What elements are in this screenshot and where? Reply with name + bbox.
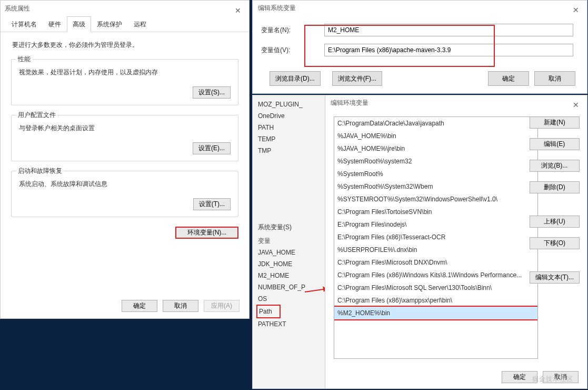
sys-var-item[interactable]: NUMBER_OF_P: [258, 281, 323, 293]
path-row[interactable]: %SystemRoot%\System32\Wbem: [334, 180, 537, 193]
group-userprofile-desc: 与登录帐户相关的桌面设置: [19, 124, 231, 133]
env-vars-strip: MOZ_PLUGIN_OneDrivePATHTEMPTMP 系统变量(S) 变…: [252, 95, 328, 389]
group-userprofile: 用户配置文件 与登录帐户相关的桌面设置 设置(E)...: [11, 115, 238, 161]
dlg1-titlebar[interactable]: 系统属性 ✕: [1, 1, 249, 16]
path-row[interactable]: E:\Program Files\nodejs\: [334, 218, 537, 231]
sys-var-item[interactable]: JAVA_HOME: [258, 247, 323, 258]
group-startup: 启动和故障恢复 系统启动、系统故障和调试信息 设置(T)...: [11, 171, 238, 217]
settings-e-button[interactable]: 设置(E)...: [193, 142, 231, 154]
group-performance-legend: 性能: [16, 55, 33, 64]
user-var-item[interactable]: TEMP: [258, 133, 323, 145]
path-row[interactable]: C:\ProgramData\Oracle\Java\javapath: [334, 117, 537, 130]
new-button[interactable]: 新建(N): [530, 116, 580, 129]
delete-button[interactable]: 删除(D): [530, 181, 580, 193]
var-name-input[interactable]: [324, 24, 573, 36]
sys-var-item[interactable]: M2_HOME: [258, 270, 323, 281]
dlg2-title: 编辑系统变量: [258, 4, 296, 12]
tab-3[interactable]: 系统保护: [91, 16, 128, 32]
sys-var-item[interactable]: PATHEXT: [258, 318, 323, 330]
user-var-item[interactable]: PATH: [258, 122, 323, 133]
user-var-list[interactable]: MOZ_PLUGIN_OneDrivePATHTEMPTMP: [258, 99, 323, 157]
user-var-item[interactable]: TMP: [258, 145, 323, 157]
path-row[interactable]: C:\Program Files\Microsoft DNX\Dnvm\: [334, 256, 537, 269]
edit-env-variable-dialog: 编辑环境变量 ✕ C:\ProgramData\Oracle\Java\java…: [325, 95, 587, 389]
path-row[interactable]: C:\Program Files\TortoiseSVN\bin: [334, 206, 537, 218]
user-var-item[interactable]: OneDrive: [258, 110, 323, 122]
path-row[interactable]: %SYSTEMROOT%\System32\WindowsPowerShell\…: [334, 193, 537, 206]
dlg1-cancel-button[interactable]: 取消: [163, 300, 198, 312]
edit-text-button[interactable]: 编辑文本(T)...: [530, 271, 580, 284]
dlg3-titlebar[interactable]: 编辑环境变量 ✕: [325, 95, 587, 110]
group-startup-desc: 系统启动、系统故障和调试信息: [19, 180, 231, 189]
dlg3-ok-button[interactable]: 确定: [502, 371, 537, 383]
path-row[interactable]: C:\Program Files\Microsoft SQL Server\13…: [334, 281, 537, 294]
tab-2[interactable]: 高级: [67, 16, 91, 32]
var-value-input[interactable]: [324, 44, 573, 56]
system-properties-dialog: 系统属性 ✕ 计算机名硬件高级系统保护远程 要进行大多数更改，你必须作为管理员登…: [0, 0, 250, 319]
group-performance-desc: 视觉效果，处理器计划，内存使用，以及虚拟内存: [19, 68, 231, 77]
group-performance: 性能 视觉效果，处理器计划，内存使用，以及虚拟内存 设置(S)...: [11, 59, 238, 105]
dlg2-ok-button[interactable]: 确定: [488, 71, 529, 86]
move-up-button[interactable]: 上移(U): [530, 216, 580, 228]
path-row[interactable]: C:\Program Files (x86)\xamppsx\perl\bin\: [334, 294, 537, 307]
browse-file-button[interactable]: 浏览文件(F)...: [332, 71, 382, 86]
sys-var-item[interactable]: JDK_HOME: [258, 258, 323, 270]
dlg3-title: 编辑环境变量: [331, 99, 368, 106]
env-vars-button[interactable]: 环境变量(N)...: [175, 227, 238, 239]
var-name-label: 变量名(N):: [261, 26, 324, 35]
path-row[interactable]: C:\Program Files (x86)\Windows Kits\8.1\…: [334, 269, 537, 281]
group-userprofile-legend: 用户配置文件: [16, 111, 58, 120]
path-row[interactable]: %JAVA_HOME%\jre\bin: [334, 142, 537, 155]
path-row[interactable]: E:\Program Files (x86)\Tesseract-OCR: [334, 231, 537, 243]
path-row[interactable]: %M2_HOME%\bin: [334, 307, 537, 319]
browse-button[interactable]: 浏览(B)...: [530, 160, 580, 172]
tab-0[interactable]: 计算机名: [6, 16, 43, 32]
tab-1[interactable]: 硬件: [43, 16, 67, 32]
edit-button[interactable]: 编辑(E): [530, 138, 580, 150]
dlg3-cancel-button[interactable]: 取消: [543, 371, 579, 383]
dlg1-tabs: 计算机名硬件高级系统保护远程: [1, 16, 249, 32]
system-vars-label: 系统变量(S): [258, 223, 323, 232]
dlg2-titlebar[interactable]: 编辑系统变量 ✕: [253, 1, 587, 15]
path-row[interactable]: %SystemRoot%\system32: [334, 155, 537, 168]
system-var-list[interactable]: 变量JAVA_HOMEJDK_HOMEM2_HOMENUMBER_OF_POSP…: [258, 235, 323, 330]
path-row[interactable]: %SystemRoot%: [334, 168, 537, 180]
sys-var-item[interactable]: Path: [258, 305, 323, 318]
edit-system-variable-dialog: 编辑系统变量 ✕ 变量名(N): 变量值(V): 浏览目录(D)... 浏览文件…: [252, 0, 587, 94]
close-icon[interactable]: ✕: [230, 3, 246, 13]
path-row[interactable]: %JAVA_HOME%\bin: [334, 130, 537, 142]
move-down-button[interactable]: 下移(O): [530, 237, 580, 249]
dlg1-instruction: 要进行大多数更改，你必须作为管理员登录。: [12, 41, 238, 50]
close-icon[interactable]: ✕: [568, 97, 584, 108]
sys-var-header: 变量: [258, 235, 323, 247]
dlg2-cancel-button[interactable]: 取消: [534, 71, 575, 86]
path-listbox[interactable]: C:\ProgramData\Oracle\Java\javapath%JAVA…: [334, 116, 538, 359]
settings-t-button[interactable]: 设置(T)...: [193, 198, 231, 210]
path-row[interactable]: %USERPROFILE%\.dnx\bin: [334, 243, 537, 256]
dlg1-ok-button[interactable]: 确定: [122, 300, 157, 312]
user-var-item[interactable]: MOZ_PLUGIN_: [258, 99, 323, 110]
browse-dir-button[interactable]: 浏览目录(D)...: [270, 71, 321, 86]
group-startup-legend: 启动和故障恢复: [16, 167, 64, 175]
sys-var-item[interactable]: OS: [258, 293, 323, 305]
dlg1-title: 系统属性: [5, 5, 30, 12]
dlg1-apply-button: 应用(A): [204, 300, 240, 312]
close-icon[interactable]: ✕: [568, 3, 584, 13]
tab-4[interactable]: 远程: [128, 16, 152, 32]
settings-s-button[interactable]: 设置(S)...: [193, 86, 231, 99]
var-value-label: 变量值(V):: [261, 46, 324, 55]
